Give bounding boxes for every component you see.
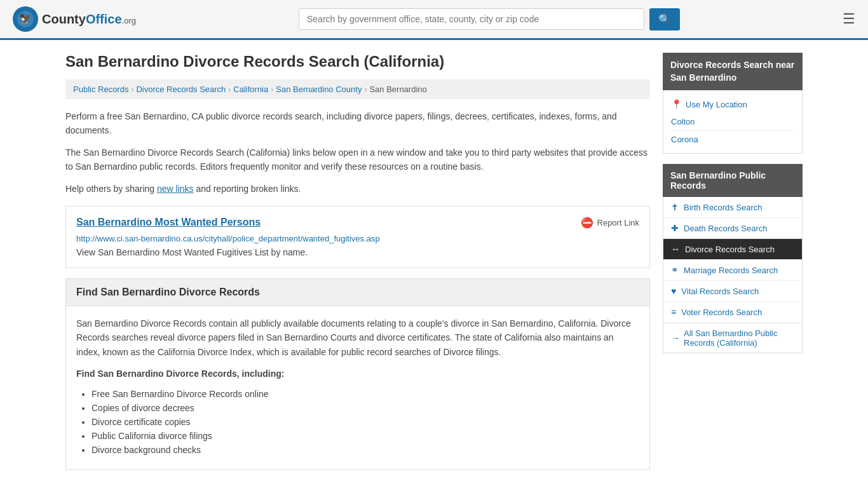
record-card: San Bernardino Most Wanted Persons ⛔ Rep… [65,206,650,268]
section-bold-label-text: Find San Bernardino Divorce Records, inc… [76,369,285,379]
description-1: Perform a free San Bernardino, CA public… [65,109,650,138]
left-content: San Bernardino Divorce Records Search (C… [65,53,650,470]
hamburger-menu-button[interactable]: ☰ [843,11,855,27]
sidebar-nearby-body: 📍 Use My Location Colton Corona [663,90,803,154]
new-links-link[interactable]: new links [157,184,194,194]
sidebar-death-records[interactable]: ✚ Death Records Search [663,218,802,239]
sidebar-birth-records[interactable]: ✝ Birth Records Search [663,197,802,218]
desc3-prefix: Help others by sharing [65,184,157,194]
use-my-location-link[interactable]: 📍 Use My Location [671,95,794,113]
divorce-records-icon: ↔ [671,244,680,254]
svg-text:🦅: 🦅 [19,13,32,25]
breadcrumb-san-bernardino-county[interactable]: San Bernardino County [276,85,362,94]
breadcrumb: Public Records › Divorce Records Search … [65,79,650,99]
birth-records-label: Birth Records Search [684,203,763,212]
voter-records-label: Voter Records Search [681,308,762,317]
vital-records-label: Vital Records Search [681,287,759,296]
record-card-header: San Bernardino Most Wanted Persons ⛔ Rep… [76,217,639,229]
search-button[interactable]: 🔍 [649,8,680,30]
list-item: Public California divorce filings [92,431,639,441]
logo-area: 🦅 CountyOffice.org [13,6,136,32]
report-link-label: Report Link [597,218,639,227]
all-public-records-link[interactable]: → All San Bernardino Public Records (Cal… [663,323,802,353]
voter-records-icon: ≡ [671,307,676,317]
breadcrumb-california[interactable]: California [233,85,268,94]
marriage-records-icon: ⚭ [671,265,679,275]
section-bold-label: Find San Bernardino Divorce Records, inc… [76,367,639,381]
sidebar-vital-records[interactable]: ♥ Vital Records Search [663,281,802,302]
page-title: San Bernardino Divorce Records Search (C… [65,53,650,71]
death-records-label: Death Records Search [684,224,768,233]
sidebar-marriage-records[interactable]: ⚭ Marriage Records Search [663,260,802,281]
use-location-label: Use My Location [686,100,747,109]
header: 🦅 CountyOffice.org 🔍 ☰ [0,0,868,40]
logo-icon: 🦅 [13,6,38,32]
hamburger-icon: ☰ [843,11,855,27]
list-item: Free San Bernardino Divorce Records onli… [92,389,639,399]
nearby-city-colton[interactable]: Colton [671,113,794,131]
nearby-city-corona[interactable]: Corona [671,131,794,148]
breadcrumb-sep-3: › [271,85,273,94]
sidebar-nearby-title: Divorce Records Search near San Bernardi… [663,53,803,90]
sidebar-nearby-section: Divorce Records Search near San Bernardi… [663,53,803,154]
all-records-label: All San Bernardino Public Records (Calif… [684,329,794,348]
report-link-icon: ⛔ [581,217,593,229]
divorce-records-section: Find San Bernardino Divorce Records San … [65,278,650,470]
divorce-records-list: Free San Bernardino Divorce Records onli… [92,389,639,455]
list-item: Copies of divorce decrees [92,403,639,413]
breadcrumb-san-bernardino: San Bernardino [369,85,426,94]
list-item: Divorce background checks [92,445,639,455]
report-link-button[interactable]: ⛔ Report Link [581,217,639,229]
sidebar-public-records-body: ✝ Birth Records Search ✚ Death Records S… [663,197,803,353]
logo-text: CountyOffice.org [42,12,136,27]
description-2: The San Bernardino Divorce Records Searc… [65,146,650,174]
search-icon: 🔍 [658,14,671,25]
sidebar-voter-records[interactable]: ≡ Voter Records Search [663,302,802,323]
record-card-url[interactable]: http://www.ci.san-bernardino.ca.us/cityh… [76,234,639,243]
section-paragraph-1: San Bernardino Divorce Records contain a… [76,316,639,359]
breadcrumb-sep-1: › [131,85,133,94]
marriage-records-label: Marriage Records Search [684,266,778,275]
description-3: Help others by sharing new links and rep… [65,182,650,196]
breadcrumb-sep-4: › [364,85,367,94]
divorce-records-label: Divorce Records Search [685,245,775,254]
sidebar-divorce-records[interactable]: ↔ Divorce Records Search [663,239,802,260]
main-container: San Bernardino Divorce Records Search (C… [53,40,815,482]
breadcrumb-divorce-records-search[interactable]: Divorce Records Search [136,85,226,94]
search-input[interactable] [299,8,644,30]
section-body: San Bernardino Divorce Records contain a… [66,306,649,469]
record-card-description: View San Bernardino Most Wanted Fugitive… [76,247,639,257]
sidebar-public-records-section: San Bernardino Public Records ✝ Birth Re… [663,164,803,353]
section-header: Find San Bernardino Divorce Records [66,279,649,306]
search-area: 🔍 [299,8,680,30]
vital-records-icon: ♥ [671,286,676,296]
death-records-icon: ✚ [671,223,679,233]
location-pin-icon: 📍 [671,99,682,109]
record-card-title[interactable]: San Bernardino Most Wanted Persons [76,217,261,228]
sidebar-public-records-title: San Bernardino Public Records [663,164,803,197]
desc3-suffix: and reporting broken links. [194,184,301,194]
right-sidebar: Divorce Records Search near San Bernardi… [663,53,803,470]
list-item: Divorce certificate copies [92,417,639,427]
birth-records-icon: ✝ [671,202,679,212]
breadcrumb-public-records[interactable]: Public Records [73,85,128,94]
arrow-right-icon: → [671,333,680,343]
breadcrumb-sep-2: › [228,85,231,94]
